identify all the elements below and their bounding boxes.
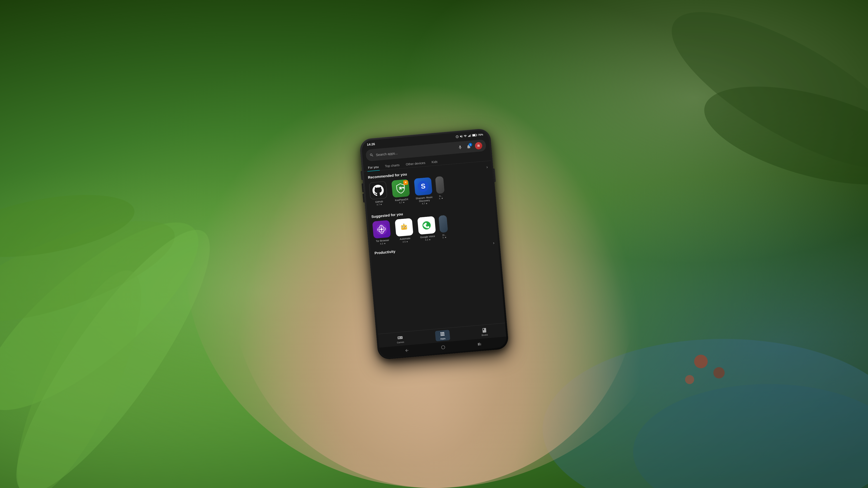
github-icon [369,181,387,200]
alarm-icon [455,135,459,138]
svg-rect-15 [470,134,471,137]
phone-outer: 14:26 [359,128,509,360]
apps-label: Apps [440,337,446,340]
search-right-controls: 1 R [457,142,482,151]
recents-button[interactable] [474,340,484,348]
partial-app-icon [435,176,444,194]
user-avatar[interactable]: R [474,142,483,150]
phone-screen: 14:26 [361,130,507,358]
search-icon [369,153,374,158]
mute-icon [459,135,463,138]
recommended-title: Recommended for you [368,172,407,180]
productivity-title: Productivity [374,250,396,255]
svg-point-44 [441,346,445,349]
battery-icon [472,134,477,137]
tor-rating: 4.3 ★ [380,242,386,245]
app-tor[interactable]: Tor Browser 4.3 ★ [371,220,393,246]
partial-app2-icon [438,215,448,233]
google-voice-rating: 4.3 ★ [425,238,431,241]
nav-games[interactable]: Games [392,333,409,345]
gamepad-icon [397,335,403,341]
svg-line-22 [403,187,404,189]
recommended-arrow[interactable]: › [486,165,488,169]
shazam-name: Shazam: Music Discovery [414,195,434,203]
battery-percent: 75% [478,133,483,136]
tab-top-charts[interactable]: Top charts [384,161,401,170]
store-content: Recommended for you › GitHub [364,161,506,348]
books-label: Books [482,333,488,336]
github-rating: 4.7 ★ [376,203,382,206]
svg-rect-13 [469,135,469,137]
signal-icon [468,134,471,137]
nav-books[interactable]: Books [476,326,493,338]
svg-point-9 [694,355,708,368]
app-google-voice[interactable]: Google Voice 4.3 ★ [416,216,438,241]
tab-for-you[interactable]: For you [367,163,380,171]
notification-badge[interactable]: 1 [465,143,472,151]
app-github[interactable]: GitHub 4.7 ★ [367,181,390,210]
status-icons: 75% [455,133,483,138]
games-label: Games [397,341,404,344]
svg-point-11 [685,375,694,384]
svg-rect-12 [468,136,469,137]
app-shazam[interactable]: S Shazam: Music Discovery 4.7 ★ [412,177,435,206]
home-button[interactable] [438,344,448,351]
back-button[interactable] [402,347,411,354]
nav-apps[interactable]: Apps [435,330,450,341]
svg-rect-17 [472,134,475,136]
tab-kids[interactable]: Kids [430,158,438,166]
keepass-icon: ✕ ✕ [391,179,410,198]
app-keepass[interactable]: ✕ ✕ KeePassDX 4.7 ★ [390,179,412,207]
svg-rect-14 [470,135,470,137]
microphone-icon[interactable] [458,145,463,150]
tor-icon [372,220,391,238]
automate-rating: 4.5 ★ [402,240,408,243]
svg-text:✕: ✕ [398,186,402,191]
keepass-rating: 4.7 ★ [399,201,405,204]
svg-rect-45 [478,343,479,346]
book-icon [482,327,487,333]
productivity-arrow[interactable]: › [493,240,494,245]
app-partial-recommended[interactable]: D... 4. ★ [435,176,445,203]
google-voice-icon [417,216,436,235]
shazam-icon: S [414,177,432,196]
svg-rect-47 [480,343,481,345]
search-input[interactable]: Search apps... [376,146,456,157]
app-automate[interactable]: Automate 4.5 ★ [393,218,415,243]
svg-text:S: S [421,182,426,190]
shazam-rating: 4.7 ★ [422,202,428,205]
apps-icon [439,331,445,337]
suggested-title: Suggested for you [371,212,403,219]
svg-rect-46 [479,343,480,346]
wifi-icon [464,134,467,138]
automate-icon [395,218,413,237]
svg-point-10 [713,367,725,379]
status-time: 14:26 [367,142,375,147]
app-partial-suggested[interactable]: Di... 3. ★ [438,215,448,240]
phone: 14:26 [359,128,509,360]
